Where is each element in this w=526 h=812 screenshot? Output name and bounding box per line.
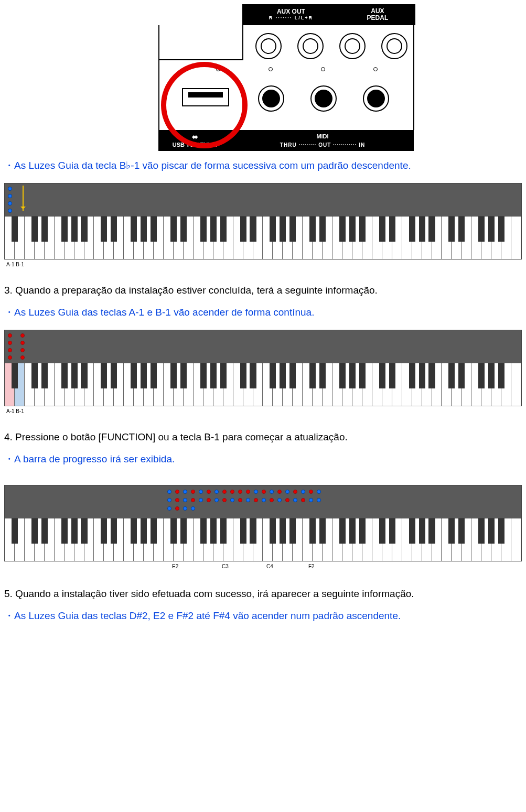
black-key <box>270 216 276 242</box>
guide-light-icon <box>199 498 203 502</box>
guide-light-icon <box>207 498 211 502</box>
black-key <box>111 363 117 389</box>
black-key <box>458 363 465 389</box>
guide-light-icon <box>309 498 313 502</box>
black-key <box>61 363 68 389</box>
black-key <box>428 518 435 544</box>
aux-out-sub: R ······· L/L+R <box>269 16 313 21</box>
top-label-strip: AUX OUTR ······· L/L+R AUXPEDAL <box>242 4 415 25</box>
guide-light-icon <box>8 348 12 352</box>
black-key <box>280 518 286 544</box>
guide-light-icon <box>222 490 227 494</box>
guide-light-icon <box>20 341 25 345</box>
black-key <box>309 363 316 389</box>
black-key <box>170 363 177 389</box>
aux-out-jack-l <box>297 33 324 59</box>
guide-light-icon <box>285 498 289 502</box>
guide-light-icon <box>301 490 305 494</box>
black-key <box>61 518 68 544</box>
black-key <box>250 216 256 242</box>
guide-light-icon <box>214 498 219 502</box>
guide-light-icon <box>254 490 258 494</box>
black-key <box>359 363 366 389</box>
black-key <box>31 216 38 242</box>
black-key <box>210 363 217 389</box>
guide-light-icon <box>293 498 297 502</box>
black-key <box>458 216 465 242</box>
guide-light-icon <box>20 348 25 352</box>
black-key <box>41 216 48 242</box>
black-key <box>31 363 38 389</box>
black-key <box>379 216 385 242</box>
black-key <box>12 363 18 389</box>
black-key <box>151 216 157 242</box>
indicator-led <box>269 67 273 71</box>
black-key <box>240 216 246 242</box>
guide-light-icon <box>175 498 179 502</box>
black-key <box>101 363 107 389</box>
black-key <box>309 216 316 242</box>
black-key <box>12 216 18 242</box>
guide-light-icon <box>191 506 195 511</box>
black-key <box>339 363 346 389</box>
guide-light-icon <box>262 498 266 502</box>
info-text-4: ・As Luzes Guia das teclas D#2, E2 e F#2 … <box>4 609 522 624</box>
black-key <box>448 363 455 389</box>
aux-pedal-label: AUXPEDAL <box>367 8 389 21</box>
midi-in-port <box>363 85 389 112</box>
step-5-text: 5. Quando a instalação tiver sido efetua… <box>4 587 522 602</box>
black-key <box>200 518 207 544</box>
guide-light-icon <box>8 187 12 191</box>
black-key <box>170 518 177 544</box>
guide-light-icon <box>183 498 187 502</box>
guide-light-icon <box>309 490 313 494</box>
black-key <box>389 518 395 544</box>
black-key <box>409 216 415 242</box>
midi-sub-label: THRU ········· OUT ············ IN <box>232 141 414 149</box>
black-key <box>151 518 157 544</box>
black-key <box>349 518 356 544</box>
black-key <box>250 363 256 389</box>
black-key <box>280 216 286 242</box>
black-key <box>419 216 425 242</box>
info-text-2: ・As Luzes Guia das teclas A-1 e B-1 vão … <box>4 305 522 320</box>
guide-light-icon <box>191 498 195 502</box>
guide-light-icon <box>301 498 305 502</box>
black-key <box>339 518 346 544</box>
guide-light-icon <box>8 333 12 338</box>
black-key <box>458 518 465 544</box>
black-key <box>200 363 207 389</box>
step-4-text: 4. Pressione o botão [FUNCTION] ou a tec… <box>4 430 522 445</box>
black-key <box>498 216 504 242</box>
guide-light-icon <box>20 355 25 360</box>
black-key <box>220 216 227 242</box>
black-key <box>339 216 346 242</box>
black-key <box>250 518 256 544</box>
black-key <box>71 518 78 544</box>
black-key <box>170 216 177 242</box>
aux-out-jack-lr <box>339 33 366 59</box>
axis-label-3: E2 C3 C4 F2 <box>4 562 522 572</box>
black-key <box>141 518 147 544</box>
black-key <box>419 518 425 544</box>
black-key <box>210 216 217 242</box>
black-key <box>71 216 78 242</box>
black-key <box>111 216 117 242</box>
black-key <box>151 363 157 389</box>
black-key <box>210 518 217 544</box>
guide-light-icon <box>270 490 274 494</box>
down-arrow-icon <box>23 186 24 211</box>
midi-thru-port <box>258 85 284 112</box>
black-key <box>41 518 48 544</box>
black-key <box>289 216 296 242</box>
black-key <box>478 216 485 242</box>
black-key <box>488 518 495 544</box>
black-key <box>379 518 385 544</box>
black-key <box>409 363 415 389</box>
guide-light-icon <box>8 209 12 213</box>
aux-out-label: AUX OUT <box>269 8 313 15</box>
black-key <box>349 216 356 242</box>
black-key <box>498 518 504 544</box>
guide-light-icon <box>8 341 12 345</box>
black-key <box>478 518 485 544</box>
